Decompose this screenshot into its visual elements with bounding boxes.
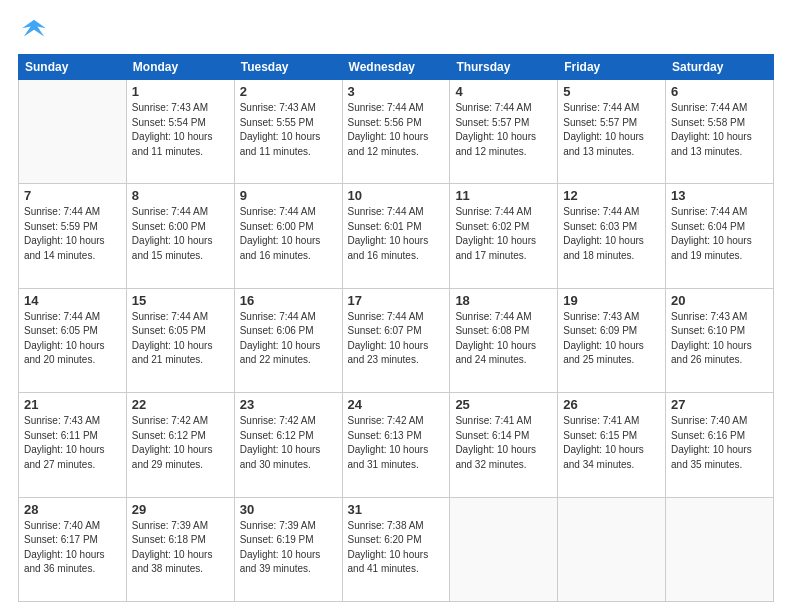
sunrise-text: Sunrise: 7:44 AM	[455, 102, 531, 113]
sunset-text: Sunset: 6:15 PM	[563, 430, 637, 441]
header	[18, 18, 774, 44]
day-info: Sunrise: 7:42 AM Sunset: 6:12 PM Dayligh…	[132, 414, 229, 472]
sunrise-text: Sunrise: 7:43 AM	[240, 102, 316, 113]
daylight-text: Daylight: 10 hours and 25 minutes.	[563, 340, 644, 366]
daylight-text: Daylight: 10 hours and 16 minutes.	[240, 235, 321, 261]
sunset-text: Sunset: 5:57 PM	[455, 117, 529, 128]
sunset-text: Sunset: 6:10 PM	[671, 325, 745, 336]
calendar-day-cell: 15 Sunrise: 7:44 AM Sunset: 6:05 PM Dayl…	[126, 288, 234, 392]
sunrise-text: Sunrise: 7:44 AM	[348, 311, 424, 322]
calendar-day-cell: 29 Sunrise: 7:39 AM Sunset: 6:18 PM Dayl…	[126, 497, 234, 601]
daylight-text: Daylight: 10 hours and 12 minutes.	[455, 131, 536, 157]
day-info: Sunrise: 7:42 AM Sunset: 6:12 PM Dayligh…	[240, 414, 337, 472]
sunrise-text: Sunrise: 7:39 AM	[132, 520, 208, 531]
daylight-text: Daylight: 10 hours and 30 minutes.	[240, 444, 321, 470]
calendar-day-cell: 22 Sunrise: 7:42 AM Sunset: 6:12 PM Dayl…	[126, 393, 234, 497]
daylight-text: Daylight: 10 hours and 11 minutes.	[240, 131, 321, 157]
calendar-day-cell: 31 Sunrise: 7:38 AM Sunset: 6:20 PM Dayl…	[342, 497, 450, 601]
calendar-day-cell: 27 Sunrise: 7:40 AM Sunset: 6:16 PM Dayl…	[666, 393, 774, 497]
sunrise-text: Sunrise: 7:42 AM	[348, 415, 424, 426]
calendar-day-cell: 10 Sunrise: 7:44 AM Sunset: 6:01 PM Dayl…	[342, 184, 450, 288]
calendar-day-cell: 4 Sunrise: 7:44 AM Sunset: 5:57 PM Dayli…	[450, 80, 558, 184]
sunrise-text: Sunrise: 7:44 AM	[563, 102, 639, 113]
calendar-body: 1 Sunrise: 7:43 AM Sunset: 5:54 PM Dayli…	[19, 80, 774, 602]
day-number: 2	[240, 84, 337, 99]
sunrise-text: Sunrise: 7:44 AM	[563, 206, 639, 217]
day-info: Sunrise: 7:40 AM Sunset: 6:16 PM Dayligh…	[671, 414, 768, 472]
daylight-text: Daylight: 10 hours and 26 minutes.	[671, 340, 752, 366]
sunrise-text: Sunrise: 7:44 AM	[24, 311, 100, 322]
calendar-day-cell: 28 Sunrise: 7:40 AM Sunset: 6:17 PM Dayl…	[19, 497, 127, 601]
daylight-text: Daylight: 10 hours and 32 minutes.	[455, 444, 536, 470]
sunset-text: Sunset: 5:58 PM	[671, 117, 745, 128]
sunset-text: Sunset: 5:54 PM	[132, 117, 206, 128]
sunrise-text: Sunrise: 7:40 AM	[671, 415, 747, 426]
day-number: 24	[348, 397, 445, 412]
sunset-text: Sunset: 6:14 PM	[455, 430, 529, 441]
calendar-day-cell: 30 Sunrise: 7:39 AM Sunset: 6:19 PM Dayl…	[234, 497, 342, 601]
day-info: Sunrise: 7:43 AM Sunset: 6:10 PM Dayligh…	[671, 310, 768, 368]
calendar-day-cell: 13 Sunrise: 7:44 AM Sunset: 6:04 PM Dayl…	[666, 184, 774, 288]
sunrise-text: Sunrise: 7:44 AM	[132, 311, 208, 322]
sunrise-text: Sunrise: 7:41 AM	[455, 415, 531, 426]
sunrise-text: Sunrise: 7:44 AM	[455, 206, 531, 217]
day-info: Sunrise: 7:44 AM Sunset: 6:04 PM Dayligh…	[671, 205, 768, 263]
sunset-text: Sunset: 6:05 PM	[24, 325, 98, 336]
day-number: 18	[455, 293, 552, 308]
calendar-week-row: 21 Sunrise: 7:43 AM Sunset: 6:11 PM Dayl…	[19, 393, 774, 497]
calendar-day-cell: 1 Sunrise: 7:43 AM Sunset: 5:54 PM Dayli…	[126, 80, 234, 184]
calendar-day-cell	[666, 497, 774, 601]
day-info: Sunrise: 7:44 AM Sunset: 6:01 PM Dayligh…	[348, 205, 445, 263]
sunrise-text: Sunrise: 7:43 AM	[671, 311, 747, 322]
weekday-header-row: SundayMondayTuesdayWednesdayThursdayFrid…	[19, 55, 774, 80]
daylight-text: Daylight: 10 hours and 12 minutes.	[348, 131, 429, 157]
weekday-header-cell: Sunday	[19, 55, 127, 80]
daylight-text: Daylight: 10 hours and 14 minutes.	[24, 235, 105, 261]
day-number: 31	[348, 502, 445, 517]
day-number: 6	[671, 84, 768, 99]
daylight-text: Daylight: 10 hours and 27 minutes.	[24, 444, 105, 470]
daylight-text: Daylight: 10 hours and 38 minutes.	[132, 549, 213, 575]
sunrise-text: Sunrise: 7:40 AM	[24, 520, 100, 531]
day-number: 25	[455, 397, 552, 412]
sunrise-text: Sunrise: 7:44 AM	[671, 206, 747, 217]
daylight-text: Daylight: 10 hours and 19 minutes.	[671, 235, 752, 261]
calendar-day-cell: 8 Sunrise: 7:44 AM Sunset: 6:00 PM Dayli…	[126, 184, 234, 288]
calendar-day-cell: 2 Sunrise: 7:43 AM Sunset: 5:55 PM Dayli…	[234, 80, 342, 184]
sunset-text: Sunset: 6:02 PM	[455, 221, 529, 232]
daylight-text: Daylight: 10 hours and 35 minutes.	[671, 444, 752, 470]
day-number: 28	[24, 502, 121, 517]
calendar-day-cell: 6 Sunrise: 7:44 AM Sunset: 5:58 PM Dayli…	[666, 80, 774, 184]
weekday-header-cell: Monday	[126, 55, 234, 80]
weekday-header-cell: Tuesday	[234, 55, 342, 80]
calendar-day-cell	[558, 497, 666, 601]
day-number: 11	[455, 188, 552, 203]
daylight-text: Daylight: 10 hours and 18 minutes.	[563, 235, 644, 261]
calendar-week-row: 7 Sunrise: 7:44 AM Sunset: 5:59 PM Dayli…	[19, 184, 774, 288]
sunset-text: Sunset: 6:11 PM	[24, 430, 98, 441]
day-info: Sunrise: 7:44 AM Sunset: 6:02 PM Dayligh…	[455, 205, 552, 263]
day-info: Sunrise: 7:44 AM Sunset: 6:06 PM Dayligh…	[240, 310, 337, 368]
daylight-text: Daylight: 10 hours and 22 minutes.	[240, 340, 321, 366]
sunset-text: Sunset: 6:00 PM	[240, 221, 314, 232]
sunrise-text: Sunrise: 7:43 AM	[132, 102, 208, 113]
day-info: Sunrise: 7:40 AM Sunset: 6:17 PM Dayligh…	[24, 519, 121, 577]
day-number: 21	[24, 397, 121, 412]
sunrise-text: Sunrise: 7:44 AM	[455, 311, 531, 322]
day-info: Sunrise: 7:44 AM Sunset: 6:03 PM Dayligh…	[563, 205, 660, 263]
daylight-text: Daylight: 10 hours and 13 minutes.	[671, 131, 752, 157]
weekday-header-cell: Friday	[558, 55, 666, 80]
page: SundayMondayTuesdayWednesdayThursdayFrid…	[0, 0, 792, 612]
calendar-day-cell: 11 Sunrise: 7:44 AM Sunset: 6:02 PM Dayl…	[450, 184, 558, 288]
daylight-text: Daylight: 10 hours and 31 minutes.	[348, 444, 429, 470]
day-info: Sunrise: 7:39 AM Sunset: 6:18 PM Dayligh…	[132, 519, 229, 577]
sunset-text: Sunset: 6:13 PM	[348, 430, 422, 441]
day-info: Sunrise: 7:43 AM Sunset: 6:09 PM Dayligh…	[563, 310, 660, 368]
calendar-day-cell: 5 Sunrise: 7:44 AM Sunset: 5:57 PM Dayli…	[558, 80, 666, 184]
day-info: Sunrise: 7:44 AM Sunset: 5:56 PM Dayligh…	[348, 101, 445, 159]
sunrise-text: Sunrise: 7:44 AM	[24, 206, 100, 217]
daylight-text: Daylight: 10 hours and 29 minutes.	[132, 444, 213, 470]
calendar-day-cell: 17 Sunrise: 7:44 AM Sunset: 6:07 PM Dayl…	[342, 288, 450, 392]
day-number: 13	[671, 188, 768, 203]
daylight-text: Daylight: 10 hours and 20 minutes.	[24, 340, 105, 366]
